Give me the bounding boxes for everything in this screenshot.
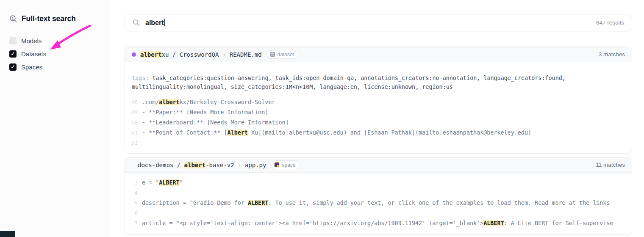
text-search-icon [9,15,17,23]
code-line: 5description = "Gradio Demo for ALBERT. … [125,198,632,208]
text-segment: : A Lite BERT for Self-supervise [504,220,613,226]
sidebar-item-models[interactable]: Models [9,37,110,44]
repo-type-badge: dataset [266,50,298,59]
search-bar[interactable]: albert 647 results [125,14,632,31]
result-card: docs-demos / albert-base-v2 › app.py spa… [125,157,632,235]
line-number: 3 [129,178,138,188]
tags-line: tags: task_categories:question-answering… [125,68,632,91]
text-segment: › [234,162,245,168]
line-number: 7 [129,218,138,229]
filter-list: Models✓Datasets✓Spaces [9,37,110,71]
code-text: e = "ALBERT" [142,178,632,188]
text-segment: .com/ [142,99,159,105]
text-segment: - **Leaderboard:** [Needs More Informati… [142,119,289,126]
line-number: 4 [129,188,138,198]
code-line: 6 [125,208,632,218]
text-segment: e = " [142,179,159,186]
code-line: 52 [125,138,632,148]
result-header[interactable]: docs-demos / albert-base-v2 › app.py spa… [125,157,632,173]
highlighted-match: ALBERT [248,200,268,206]
code-line: 49- **Paper:** [Needs More Information] [125,107,632,118]
highlighted-match: Albert [228,130,248,136]
text-segment: - **Paper:** [Needs More Information] [142,109,268,116]
repo-type-badge: space [270,160,300,169]
check-icon: ✓ [11,51,15,56]
sidebar: Full-text search Models✓Datasets✓Spaces [0,0,110,237]
code-text [142,188,632,198]
filter-label: Datasets [21,50,46,58]
code-text: - **Point of Contact:** [Albert Xu](mail… [142,128,632,138]
text-segment: . To use it, simply add your text, or cl… [268,200,610,206]
filter-label: Models [21,37,42,44]
code-text: .com/albertkx/Berkeley-Crossword-Solver [142,97,632,107]
text-segment: kx/Berkeley-Crossword-Solver [180,99,275,105]
bottom-left-fragment [0,231,15,237]
code-line: 48.com/albertkx/Berkeley-Crossword-Solve… [125,97,632,107]
line-number: 50 [129,118,138,128]
code-text: - **Paper:** [Needs More Information] [142,107,632,118]
code-line: 7article = "<p style='text-align: center… [125,218,632,229]
text-segment: Xu](mailto:albertxu@usc.edu) and [Eshaan… [248,130,531,136]
line-number: 48 [129,97,138,107]
line-number: 51 [129,128,138,138]
text-segment: -base-v2 [205,162,234,168]
text-segment: " [180,179,183,186]
repo-title-link[interactable]: albertxu / CrosswordQA › README.md [140,51,262,58]
repo-title-link[interactable]: docs-demos / albert-base-v2 › app.py [138,162,266,168]
text-segment: description = "Gradio Demo for [142,200,248,206]
match-count: 11 matches [596,162,625,168]
text-segment: xu / CrosswordQA [162,51,219,58]
results-count: 647 results [596,19,624,26]
code-text [142,138,632,148]
highlighted-match: albert [140,51,162,58]
text-segment: › [219,51,229,58]
line-number: 52 [129,138,138,148]
line-number: 49 [129,107,138,118]
repo-avatar-dot [132,52,136,57]
code-line: 3e = "ALBERT" [125,178,632,188]
code-text: - **Leaderboard:** [Needs More Informati… [142,118,632,128]
check-icon: ✓ [11,64,15,69]
code-line: 50- **Leaderboard:** [Needs More Informa… [125,118,632,128]
tags-text: task_categories:question-answering, task… [132,75,566,90]
code-line: 51- **Point of Contact:** [Albert Xu](ma… [125,128,632,138]
sidebar-item-datasets[interactable]: ✓Datasets [9,50,110,58]
highlighted-match: ALBERT [483,220,504,226]
badge-label: dataset [278,52,294,58]
code-line: 4 [125,188,632,198]
checkbox-checked-icon[interactable]: ✓ [9,50,17,58]
tags-label: tags: [132,75,149,81]
space-icon [275,163,279,167]
checkbox-unchecked-icon[interactable] [9,37,17,44]
search-input[interactable]: albert [145,19,165,27]
line-number: 6 [129,208,138,218]
highlighted-match: albert [159,99,179,105]
code-snippet: 48.com/albertkx/Berkeley-Crossword-Solve… [125,97,632,153]
sidebar-item-spaces[interactable]: ✓Spaces [9,63,110,71]
text-segment: docs-demos / [138,162,184,168]
code-snippet: 3e = "ALBERT"45description = "Gradio Dem… [125,178,632,234]
text-segment: README.md [230,51,262,58]
page-title: Full-text search [22,14,76,23]
highlighted-match: albert [184,162,206,168]
line-number: 5 [129,198,138,208]
badge-label: space [282,162,295,168]
text-segment: article = "<p style='text-align: center'… [142,220,483,226]
code-text [142,208,632,218]
text-segment: - **Point of Contact:** [ [142,130,228,136]
filter-label: Spaces [21,63,42,71]
checkbox-checked-icon[interactable]: ✓ [9,63,17,71]
sidebar-header: Full-text search [9,14,110,23]
dataset-icon [270,52,275,57]
search-icon [133,19,140,26]
match-count: 3 matches [599,51,625,58]
code-text: article = "<p style='text-align: center'… [142,218,632,229]
text-segment: app.py [245,162,266,168]
main-content: albert 647 results albertxu / CrosswordQ… [110,0,644,237]
code-text: description = "Gradio Demo for ALBERT. T… [142,198,632,208]
result-card: albertxu / CrosswordQA › README.md datas… [125,47,632,154]
result-header[interactable]: albertxu / CrosswordQA › README.md datas… [125,47,632,62]
highlighted-match: ALBERT [159,179,179,186]
text-caret [164,19,165,26]
